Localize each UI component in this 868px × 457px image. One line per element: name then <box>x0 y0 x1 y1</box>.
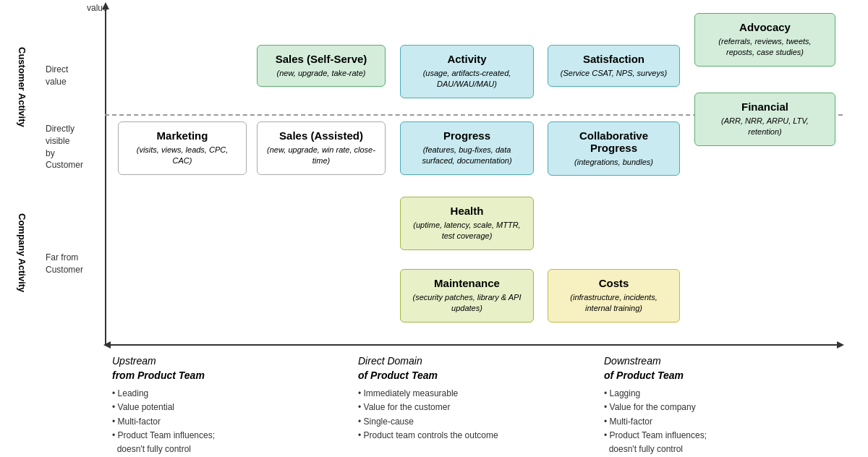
value-label: value <box>87 3 108 13</box>
upstream-item-4: • Product Team influences; doesn't fully… <box>112 429 344 456</box>
advocacy-box: Advocacy (referrals, reviews, tweets, re… <box>694 13 835 67</box>
marketing-subtitle: (visits, views, leads, CPC, CAC) <box>127 145 237 167</box>
bottom-section: Upstreamfrom Product Team • Leading • Va… <box>105 354 843 456</box>
direct-item-1: • Immediately measurable <box>358 387 590 401</box>
direct-value-label: Direct value <box>46 64 68 88</box>
collaborative-progress-title: Collaborative Progress <box>557 129 671 154</box>
financial-title: Financial <box>704 101 826 113</box>
upstream-column: Upstreamfrom Product Team • Leading • Va… <box>105 354 351 456</box>
costs-title: Costs <box>557 277 671 289</box>
sales-assisted-subtitle: (new, upgrade, win rate, close-time) <box>266 145 376 167</box>
advocacy-subtitle: (referrals, reviews, tweets, reposts, ca… <box>704 36 826 59</box>
diagram-container: Customer Activity Company Activity value… <box>0 0 868 457</box>
advocacy-title: Advocacy <box>704 21 826 33</box>
maintenance-title: Maintenance <box>409 277 524 289</box>
direct-domain-title: Direct Domainof Product Team <box>358 354 590 383</box>
collaborative-progress-box: Collaborative Progress (integrations, bu… <box>548 121 680 176</box>
direct-domain-column: Direct Domainof Product Team • Immediate… <box>351 354 597 456</box>
activity-box: Activity (usage, artifacts-created, DAU/… <box>400 45 534 98</box>
far-from-customer-label: Far from Customer <box>46 252 83 276</box>
directly-visible-label: Directly visible by Customer <box>46 123 83 171</box>
costs-subtitle: (infrastructure, incidents, internal tra… <box>557 292 671 315</box>
progress-box: Progress (features, bug-fixes, data surf… <box>400 121 534 175</box>
y-axis-customer-activity: Customer Activity <box>0 14 43 159</box>
downstream-column: Downstreamof Product Team • Lagging • Va… <box>597 354 843 456</box>
sales-assisted-title: Sales (Assisted) <box>266 129 376 142</box>
progress-subtitle: (features, bug-fixes, data surfaced, doc… <box>409 145 524 167</box>
maintenance-box: Maintenance (security patches, library &… <box>400 269 534 323</box>
health-subtitle: (uptime, latency, scale, MTTR, test cove… <box>409 220 524 242</box>
upstream-item-2: • Value potential <box>112 401 344 414</box>
costs-box: Costs (infrastructure, incidents, intern… <box>548 269 680 323</box>
activity-title: Activity <box>409 53 524 65</box>
direct-domain-items: • Immediately measurable • Value for the… <box>358 387 590 443</box>
financial-subtitle: (ARR, NRR, ARPU, LTV, retention) <box>704 116 826 138</box>
satisfaction-subtitle: (Service CSAT, NPS, surveys) <box>557 68 671 79</box>
y-axis-company-activity: Company Activity <box>0 181 43 325</box>
horizontal-axis <box>105 344 843 346</box>
direct-item-2: • Value for the customer <box>358 401 590 414</box>
direct-item-4: • Product team controls the outcome <box>358 429 590 443</box>
health-box: Health (uptime, latency, scale, MTTR, te… <box>400 197 534 250</box>
maintenance-subtitle: (security patches, library & API updates… <box>409 292 524 315</box>
vertical-axis <box>105 4 106 344</box>
downstream-title: Downstreamof Product Team <box>604 354 835 383</box>
horizontal-axis-arrow-left <box>103 341 111 349</box>
downstream-item-4: • Product Team influences; doesn't fully… <box>604 429 835 456</box>
downstream-item-2: • Value for the company <box>604 401 835 414</box>
sales-assisted-box: Sales (Assisted) (new, upgrade, win rate… <box>257 121 386 175</box>
downstream-items: • Lagging • Value for the company • Mult… <box>604 387 835 456</box>
horizontal-axis-arrow-right <box>837 341 844 349</box>
collaborative-progress-subtitle: (integrations, bundles) <box>557 157 671 168</box>
company-activity-label: Company Activity <box>16 213 27 292</box>
progress-title: Progress <box>409 129 524 142</box>
sales-self-serve-box: Sales (Self-Serve) (new, upgrade, take-r… <box>257 45 386 87</box>
satisfaction-title: Satisfaction <box>557 53 671 65</box>
activity-subtitle: (usage, artifacts-created, DAU/WAU/MAU) <box>409 68 524 90</box>
financial-box: Financial (ARR, NRR, ARPU, LTV, retentio… <box>694 93 835 146</box>
downstream-item-1: • Lagging <box>604 387 835 401</box>
direct-item-3: • Single-cause <box>358 415 590 429</box>
marketing-title: Marketing <box>127 129 237 142</box>
sales-self-serve-subtitle: (new, upgrade, take-rate) <box>266 68 376 79</box>
sales-self-serve-title: Sales (Self-Serve) <box>266 53 376 65</box>
customer-activity-label: Customer Activity <box>16 47 27 127</box>
marketing-box: Marketing (visits, views, leads, CPC, CA… <box>118 121 247 175</box>
satisfaction-box: Satisfaction (Service CSAT, NPS, surveys… <box>548 45 680 87</box>
upstream-item-3: • Multi-factor <box>112 415 344 429</box>
upstream-title: Upstreamfrom Product Team <box>112 354 344 383</box>
health-title: Health <box>409 205 524 217</box>
downstream-item-3: • Multi-factor <box>604 415 835 429</box>
upstream-items: • Leading • Value potential • Multi-fact… <box>112 387 344 456</box>
upstream-item-1: • Leading <box>112 387 344 401</box>
